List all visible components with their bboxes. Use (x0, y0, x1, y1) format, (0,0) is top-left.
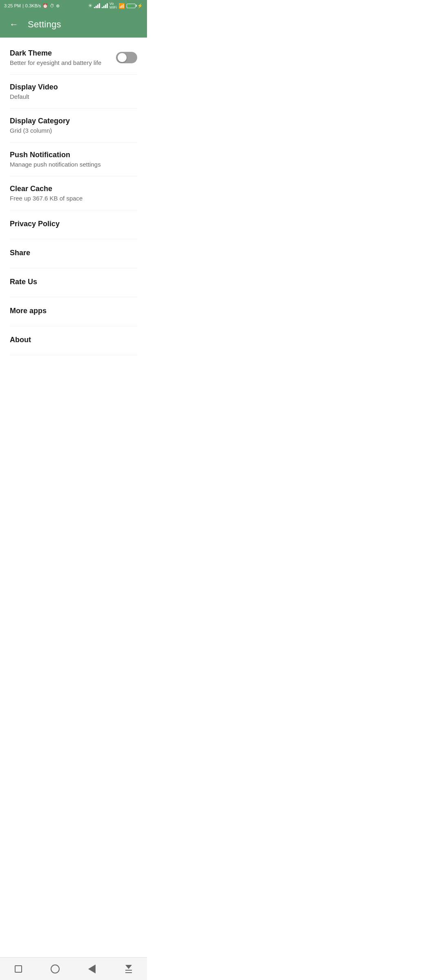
dark-theme-title: Dark Theme (10, 49, 116, 58)
divider-10 (10, 355, 137, 355)
app-bar-title: Settings (28, 19, 61, 30)
share-title: Share (10, 249, 137, 257)
settings-content: Dark Theme Better for eyesight and batte… (0, 38, 147, 359)
alarm-icon: ⏰ (42, 3, 48, 9)
settings-item-dark-theme[interactable]: Dark Theme Better for eyesight and batte… (0, 41, 147, 74)
settings-item-display-video[interactable]: Display Video Default (0, 75, 147, 108)
battery-fill (127, 4, 131, 7)
dark-theme-toggle-thumb (118, 53, 127, 62)
status-network-speed: 0.3KB/s (25, 3, 41, 8)
status-bar: 3:25 PM | 0.3KB/s ⏰ ⏱ ⊕ ✳ VoWiFi 📶 (0, 0, 147, 11)
status-left: 3:25 PM | 0.3KB/s ⏰ ⏱ ⊕ (4, 3, 60, 9)
settings-item-display-category-text: Display Category Grid (3 column) (10, 117, 137, 134)
settings-item-privacy-policy-text: Privacy Policy (10, 220, 137, 230)
display-category-subtitle: Grid (3 column) (10, 127, 137, 134)
display-category-title: Display Category (10, 117, 137, 125)
extra-icon: ⊕ (56, 3, 60, 9)
wifi-icon: 📶 (118, 3, 125, 9)
charging-icon: ⚡ (137, 3, 143, 9)
about-title: About (10, 336, 137, 344)
settings-item-share[interactable]: Share (0, 239, 147, 268)
display-video-subtitle: Default (10, 93, 137, 100)
vo-wifi-label: VoWiFi (109, 2, 117, 9)
signal-bars-1 (94, 3, 100, 8)
settings-item-about[interactable]: About (0, 326, 147, 355)
rate-us-title: Rate Us (10, 278, 137, 286)
dark-theme-toggle[interactable] (116, 52, 137, 63)
app-bar: ← Settings (0, 11, 147, 38)
settings-item-privacy-policy[interactable]: Privacy Policy (0, 210, 147, 239)
clear-cache-title: Clear Cache (10, 185, 137, 193)
push-notification-subtitle: Manage push notification settings (10, 161, 137, 168)
status-speed: | (22, 3, 24, 8)
settings-item-rate-us-text: Rate Us (10, 278, 137, 288)
more-apps-title: More apps (10, 307, 137, 315)
settings-item-clear-cache[interactable]: Clear Cache Free up 367.6 KB of space (0, 176, 147, 210)
settings-item-display-category[interactable]: Display Category Grid (3 column) (0, 109, 147, 142)
bluetooth-icon: ✳ (88, 3, 92, 9)
clear-cache-subtitle: Free up 367.6 KB of space (10, 195, 137, 202)
battery-icon (127, 4, 136, 8)
settings-item-dark-theme-text: Dark Theme Better for eyesight and batte… (10, 49, 116, 66)
status-right: ✳ VoWiFi 📶 ⚡ (88, 2, 143, 9)
status-time: 3:25 PM (4, 3, 21, 8)
settings-item-rate-us[interactable]: Rate Us (0, 268, 147, 297)
back-button[interactable]: ← (7, 17, 21, 32)
signal-bars-2 (102, 3, 108, 8)
settings-item-clear-cache-text: Clear Cache Free up 367.6 KB of space (10, 185, 137, 202)
settings-item-about-text: About (10, 336, 137, 346)
dark-theme-toggle-track[interactable] (116, 52, 137, 63)
clock-icon: ⏱ (50, 3, 54, 8)
settings-item-more-apps[interactable]: More apps (0, 297, 147, 326)
push-notification-title: Push Notification (10, 151, 137, 159)
settings-item-push-notification[interactable]: Push Notification Manage push notificati… (0, 143, 147, 176)
settings-item-push-notification-text: Push Notification Manage push notificati… (10, 151, 137, 168)
display-video-title: Display Video (10, 83, 137, 91)
settings-item-share-text: Share (10, 249, 137, 259)
dark-theme-subtitle: Better for eyesight and battery life (10, 59, 116, 66)
settings-item-more-apps-text: More apps (10, 307, 137, 317)
privacy-policy-title: Privacy Policy (10, 220, 137, 228)
nav-spacer (0, 359, 147, 381)
settings-item-display-video-text: Display Video Default (10, 83, 137, 100)
